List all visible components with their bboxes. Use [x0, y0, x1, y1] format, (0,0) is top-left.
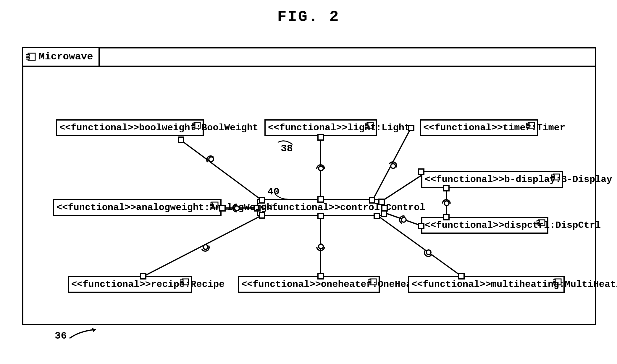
- component-icon: [210, 202, 219, 209]
- port: [317, 273, 324, 280]
- component-icon: [368, 278, 377, 285]
- svg-rect-21: [526, 126, 529, 127]
- svg-rect-23: [210, 203, 213, 204]
- svg-rect-15: [192, 126, 195, 127]
- ball-icon: [390, 163, 396, 169]
- port: [418, 168, 424, 175]
- component-icon: [192, 122, 201, 129]
- port: [443, 185, 450, 191]
- port: [317, 196, 324, 203]
- component-icon: [180, 278, 189, 285]
- component-icon: [26, 53, 36, 61]
- svg-rect-30: [537, 223, 540, 225]
- svg-rect-14: [192, 123, 195, 125]
- stereotype-label: <<functional>>: [59, 122, 139, 133]
- svg-rect-29: [537, 221, 540, 222]
- panel-tab: Microwave: [23, 48, 100, 67]
- component-analogweight: <<functional>>analogweight:AnalogWeight: [53, 199, 222, 216]
- component-multiheating: <<functional>>multiheating:MultiHeating: [408, 276, 565, 293]
- component-boolweight: <<functional>>boolweight:BoolWeight: [56, 119, 204, 136]
- svg-line-3: [181, 140, 262, 201]
- stereotype-label: <<functional>>: [268, 122, 348, 133]
- ball-icon: [426, 249, 432, 255]
- svg-rect-26: [551, 175, 554, 176]
- ball-icon: [203, 244, 209, 250]
- svg-rect-2: [26, 57, 29, 59]
- port: [374, 213, 380, 219]
- ball-icon: [234, 205, 240, 211]
- component-bdisplay: <<functional>>b-display:B-Display: [421, 171, 563, 188]
- svg-rect-27: [551, 178, 554, 179]
- component-light: <<functional>>light:Light: [264, 119, 377, 136]
- svg-rect-36: [368, 282, 371, 284]
- component-label: light:Light: [348, 122, 410, 133]
- svg-rect-33: [180, 282, 183, 284]
- stereotype-label: <<functional>>: [411, 279, 491, 290]
- tab-separator: [23, 66, 595, 67]
- component-icon: [551, 173, 560, 181]
- component-oneheater: <<functional>>oneheater:OneHeater: [238, 276, 380, 293]
- component-icon: [537, 219, 545, 226]
- svg-line-9: [381, 176, 421, 202]
- port: [369, 197, 375, 204]
- port: [317, 134, 324, 141]
- ball-icon: [318, 165, 324, 171]
- port: [378, 199, 385, 205]
- svg-rect-24: [210, 206, 213, 207]
- stereotype-label: <<functional>>: [425, 174, 504, 185]
- svg-rect-17: [365, 123, 368, 125]
- port: [219, 205, 226, 212]
- ref-36: 36: [55, 330, 67, 342]
- port: [317, 213, 324, 219]
- port: [443, 214, 450, 220]
- svg-rect-35: [368, 280, 371, 281]
- svg-rect-20: [526, 123, 529, 125]
- ball-icon: [208, 156, 214, 162]
- component-timer: <<functional>>timer:Timer: [420, 119, 538, 136]
- panel-tab-label: Microwave: [39, 51, 93, 62]
- diagram-panel: Microwave: [22, 47, 596, 325]
- stereotype-label: <<functional>>: [423, 122, 503, 133]
- stereotype-label: <<functional>>: [56, 202, 136, 213]
- component-icon: [526, 122, 535, 129]
- ref-38-leader: [276, 137, 294, 146]
- svg-rect-18: [365, 126, 368, 127]
- ball-icon: [318, 243, 324, 249]
- figure-title: FIG. 2: [277, 8, 340, 26]
- stereotype-label: <<functional>>: [425, 220, 504, 231]
- port: [178, 136, 184, 143]
- port: [408, 125, 414, 131]
- port: [259, 212, 265, 219]
- port: [381, 210, 387, 217]
- svg-rect-32: [180, 280, 183, 281]
- component-icon: [365, 122, 374, 129]
- svg-rect-38: [553, 280, 556, 281]
- ball-icon: [444, 200, 450, 206]
- component-dispctrl: <<functional>>dispctrl:DispCtrl: [421, 217, 548, 234]
- ball-icon: [401, 217, 407, 223]
- component-label: dispctrl:DispCtrl: [504, 220, 601, 231]
- component-label: analogweight:AnalogWeight: [136, 202, 278, 213]
- component-icon: [553, 278, 562, 285]
- figure-canvas: FIG. 2 Microwave: [0, 0, 617, 364]
- port: [458, 273, 465, 280]
- ref-40-leader: [274, 193, 289, 200]
- port: [140, 273, 146, 280]
- stereotype-label: <<functional>>: [71, 279, 151, 290]
- svg-rect-39: [553, 282, 556, 284]
- port: [418, 223, 424, 229]
- ref-36-arrow: [68, 328, 104, 343]
- stereotype-label: <<functional>>: [241, 279, 321, 290]
- component-recipe: <<functional>>recipe:Recipe: [68, 276, 192, 293]
- svg-rect-1: [26, 54, 29, 56]
